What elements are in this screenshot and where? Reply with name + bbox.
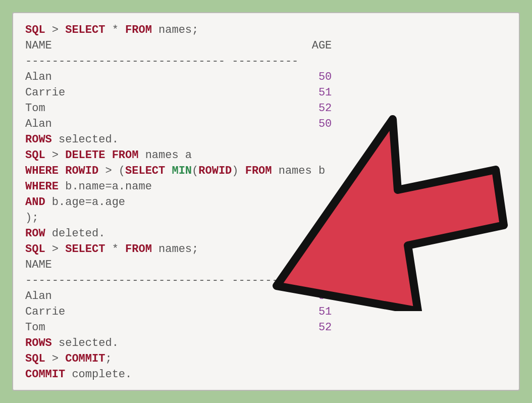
code-line: ROWS selected. [25,337,119,349]
code-token: 51 [318,86,332,99]
code-token: Carrie [25,306,318,318]
code-token: Alan [25,290,318,303]
code-token: > [45,24,66,36]
code-token: WHERE ROWID [25,165,98,177]
code-token: names b [272,165,326,177]
code-line: SQL > SELECT * FROM names; [25,24,198,36]
code-token: * [105,24,125,36]
code-token: selected. [52,337,119,349]
code-token: AND [25,196,45,209]
code-line: SQL > SELECT * FROM names; [25,243,198,256]
code-token: 50 [318,118,332,130]
code-line: ROWS selected. [25,133,119,146]
code-panel: SQL > SELECT * FROM names; NAME AGE ----… [12,12,520,391]
code-token: 51 [318,306,332,318]
code-token: NAME AGE [25,39,332,52]
code-token: SELECT [65,243,105,256]
code-token: ROWID [198,165,232,177]
code-token: b.age=a.age [45,196,125,209]
code-token: DELETE FROM [65,149,138,162]
code-token: 50 [318,290,332,303]
code-token: WHERE [25,180,59,193]
code-token: Tom [25,102,318,115]
code-line: WHERE ROWID > (SELECT MIN(ROWID) FROM na… [25,165,325,177]
code-line: Alan 50 [25,71,332,83]
code-token: deleted. [45,227,105,240]
code-token: SQL [25,24,45,36]
code-token: FROM [245,165,272,177]
code-token: * [105,243,125,256]
sql-terminal-output: SQL > SELECT * FROM names; NAME AGE ----… [25,22,507,382]
code-token: selected. [52,133,119,146]
code-token: names a [138,149,192,162]
code-line: NAME AGE [25,39,332,52]
code-token: ROWS [25,133,52,146]
code-token: > [45,149,66,162]
code-token: ROWS [25,337,52,349]
code-token: NAME AGE [25,259,332,271]
code-token: MIN [172,165,192,177]
code-token: ------------------------------ ---------… [25,55,298,68]
code-line: Tom 52 [25,102,332,115]
code-token: names; [152,243,198,256]
code-line: SQL > DELETE FROM names a [25,149,192,162]
code-line: ------------------------------ ---------… [25,274,298,287]
code-line: COMMIT complete. [25,368,132,381]
code-token: names; [152,24,198,36]
code-line: AND b.age=a.age [25,196,125,209]
code-line: SQL > COMMIT; [25,352,112,365]
code-token: ); [25,212,38,224]
code-token: ROW [25,227,45,240]
code-token: SELECT [125,165,172,177]
code-token: Alan [25,118,318,130]
code-token: 52 [318,321,332,334]
code-token: ) [232,165,245,177]
code-line: WHERE b.name=a.name [25,180,152,193]
code-token: FROM [125,24,152,36]
code-line: Carrie 51 [25,306,332,318]
code-line: NAME AGE [25,259,332,271]
code-token: Alan [25,71,318,83]
code-token: 52 [318,102,332,115]
code-token: COMMIT [65,352,105,365]
code-token: SELECT [65,24,105,36]
code-line: ------------------------------ ---------… [25,55,298,68]
code-line: ROW deleted. [25,227,105,240]
code-line: Alan 50 [25,118,332,130]
code-line: Tom 52 [25,321,332,334]
code-token: SQL [25,352,45,365]
code-token: 50 [318,71,332,83]
code-line: Carrie 51 [25,86,332,99]
code-line: ); [25,212,38,224]
code-token: b.name=a.name [59,180,152,193]
code-token: Tom [25,321,318,334]
code-token: complete. [65,368,132,381]
code-token: FROM [125,243,152,256]
code-token: > [45,352,66,365]
code-token: ------------------------------ ---------… [25,274,298,287]
code-token: COMMIT [25,368,65,381]
code-token: SQL [25,149,45,162]
code-token: ( [192,165,198,177]
code-token: > [45,243,66,256]
code-token: Carrie [25,86,318,99]
code-line: Alan 50 [25,290,332,303]
code-token: SQL [25,243,45,256]
code-token: > ( [98,165,125,177]
code-token: ; [105,352,112,365]
